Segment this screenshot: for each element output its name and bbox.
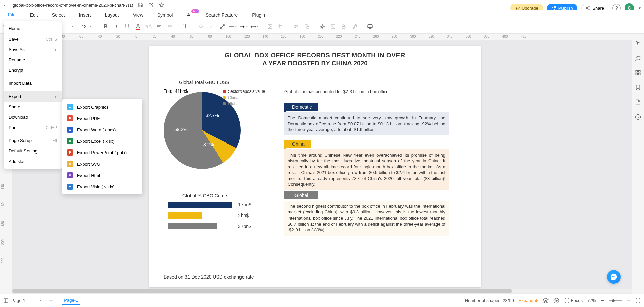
zoom-in-button[interactable]: + xyxy=(627,297,631,304)
menu-encrypt[interactable]: Encrypt xyxy=(4,65,62,75)
fullscreen-button[interactable] xyxy=(635,298,641,303)
menu-import[interactable]: Import Data xyxy=(4,78,62,88)
pointer-icon[interactable] xyxy=(634,40,642,47)
bookmark-icon[interactable] xyxy=(634,84,642,91)
scrollbar-horizontal[interactable] xyxy=(12,289,632,293)
avatar-caret[interactable]: ▼ xyxy=(638,6,641,10)
menu-layout[interactable]: Layout xyxy=(105,12,119,18)
menu-download[interactable]: Download xyxy=(4,112,62,122)
focus-button[interactable]: Focus xyxy=(564,298,583,303)
menu-default-setting[interactable]: Default Setting xyxy=(4,146,62,156)
align-left-button[interactable] xyxy=(155,22,164,31)
zoom-value[interactable]: 77% xyxy=(587,298,596,303)
menu-add-star[interactable]: Add star xyxy=(4,156,62,167)
svg-line-35 xyxy=(321,25,321,25)
export-pdf[interactable]: PExport PDF xyxy=(62,113,142,124)
group-button[interactable] xyxy=(303,22,311,31)
align-button[interactable] xyxy=(292,22,301,31)
save-file-icon[interactable] xyxy=(138,2,143,8)
history-icon[interactable] xyxy=(634,113,642,121)
tag-global: Global xyxy=(284,191,318,199)
edit-shape-button[interactable] xyxy=(329,22,337,31)
add-page-button[interactable]: + xyxy=(49,297,53,304)
line-style-button[interactable]: ▼ xyxy=(229,22,237,31)
menu-insert[interactable]: Insert xyxy=(79,12,91,18)
line-button[interactable] xyxy=(207,22,216,31)
effects-button[interactable] xyxy=(318,22,327,31)
back-button[interactable]: ‹ xyxy=(2,3,8,8)
mi-shortcut: Ctrl+S xyxy=(46,37,57,42)
menu-page-setup[interactable]: Page SetupF6 xyxy=(4,135,62,146)
page-tab[interactable]: Page-1 xyxy=(62,296,80,305)
export-svg[interactable]: SExport SVG xyxy=(62,158,142,170)
menu-share-item[interactable]: Share xyxy=(4,102,62,112)
svg-line-40 xyxy=(324,25,324,25)
menu-view[interactable]: View xyxy=(133,12,143,18)
star-icon[interactable] xyxy=(159,2,164,8)
diamond-icon: ◆ xyxy=(535,298,538,303)
lock-button[interactable] xyxy=(339,22,348,31)
menu-print[interactable]: PrintCtrl+P xyxy=(4,122,62,133)
ruler-tick: -20 xyxy=(115,35,120,38)
menu-save-as[interactable]: Save As▶ xyxy=(4,44,62,55)
menu-ai[interactable]: AIhot xyxy=(187,12,191,18)
expand-link[interactable]: Expand ◆ xyxy=(519,298,538,303)
layers-icon[interactable] xyxy=(543,298,549,304)
menu-edit[interactable]: Edit xyxy=(30,12,38,18)
font-size-select[interactable]: 12▼ xyxy=(79,23,94,30)
apps-icon[interactable] xyxy=(634,69,642,76)
svg-rect-28 xyxy=(295,25,298,26)
text-tool-button[interactable]: T xyxy=(181,22,190,31)
export-html[interactable]: HExport Html xyxy=(62,170,142,181)
menu-plugin[interactable]: Plugin xyxy=(252,12,265,18)
external-icon[interactable] xyxy=(148,2,154,8)
arrow-both-button[interactable]: ▼ xyxy=(250,22,259,31)
crop-button[interactable] xyxy=(276,22,285,31)
underline-button[interactable]: U xyxy=(123,22,131,31)
page-dropdown[interactable]: Page-1▼ xyxy=(11,298,44,303)
arrow-style-button[interactable]: ▼ xyxy=(239,22,248,31)
menu-file[interactable]: File xyxy=(8,12,16,18)
scrollbar-thumb[interactable] xyxy=(12,289,512,293)
image-button[interactable] xyxy=(266,22,274,31)
fill-button[interactable] xyxy=(197,22,205,31)
export-word[interactable]: WExport Word (.docx) xyxy=(62,124,142,135)
text-size-button[interactable]: aA xyxy=(144,22,153,31)
comment-icon[interactable] xyxy=(634,54,642,62)
menu-rename[interactable]: Rename xyxy=(4,55,62,65)
ruler-tick: 140 xyxy=(263,35,268,38)
play-icon[interactable] xyxy=(553,298,559,304)
pie-legend: Sector&apos;s value China Global xyxy=(223,89,265,107)
menu-export[interactable]: Export▶ xyxy=(4,91,62,102)
font-size-value: 12 xyxy=(82,24,86,29)
bold-button[interactable]: B xyxy=(101,22,110,31)
menu-select[interactable]: Select xyxy=(52,12,65,18)
font-color-button[interactable]: A xyxy=(133,22,142,31)
chat-button[interactable] xyxy=(607,270,621,284)
menu-search[interactable]: Search Feature xyxy=(206,12,238,18)
tools-button[interactable] xyxy=(350,22,359,31)
layout-toggle-icon[interactable] xyxy=(3,298,9,303)
export-ppt[interactable]: PExport PowerPoint (.pptx) xyxy=(62,147,142,158)
presentation-button[interactable] xyxy=(366,22,374,31)
italic-button[interactable]: I xyxy=(112,22,121,31)
zoom-out-button[interactable]: − xyxy=(601,297,604,304)
export-graphics[interactable]: ▲Export Graphics xyxy=(62,101,142,113)
export-excel[interactable]: XExport Excel (.xlsx) xyxy=(62,135,142,147)
menu-home[interactable]: Home xyxy=(4,23,62,34)
document-icon[interactable] xyxy=(634,99,642,106)
menu-symbol[interactable]: Symbol xyxy=(157,12,173,18)
pie-title: Global Total GBO LOSS xyxy=(179,80,229,85)
svg-marker-56 xyxy=(556,300,557,302)
cart-icon xyxy=(515,6,520,10)
connector-button[interactable] xyxy=(218,22,227,31)
list-button[interactable] xyxy=(166,22,174,31)
focus-label: Focus xyxy=(571,298,583,303)
zoom-slider[interactable] xyxy=(609,299,622,302)
svg-marker-54 xyxy=(543,298,548,301)
svg-line-0 xyxy=(150,3,153,5)
menu-save[interactable]: SaveCtrl+S xyxy=(4,34,62,44)
export-visio[interactable]: VExport Visio (.vsdx) xyxy=(62,181,142,192)
mi-label: Export PDF xyxy=(77,116,100,121)
svg-point-17 xyxy=(168,25,168,25)
